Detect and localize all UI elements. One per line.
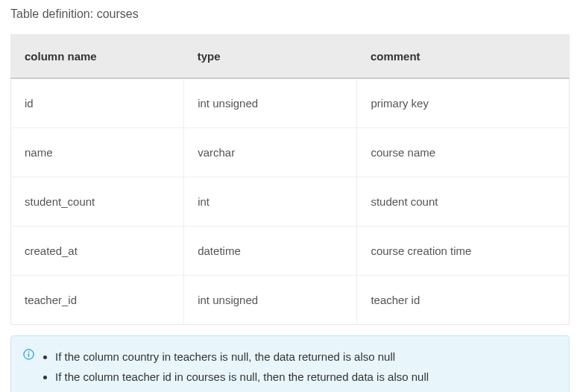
cell-type: datetime (184, 227, 357, 276)
info-item: If the column country in teachers is nul… (55, 347, 429, 367)
svg-rect-2 (28, 353, 30, 357)
header-row: column name type comment (11, 35, 570, 79)
cell-column-name: name (11, 128, 184, 177)
svg-point-1 (28, 351, 30, 353)
header-column-name: column name (11, 35, 184, 79)
cell-type: int unsigned (184, 78, 357, 128)
table-row: created_at datetime course creation time (11, 227, 570, 276)
cell-comment: course creation time (357, 227, 570, 276)
cell-comment: course name (357, 128, 570, 177)
cell-type: varchar (184, 128, 357, 177)
cell-column-name: student_count (11, 177, 184, 227)
cell-column-name: id (11, 78, 184, 128)
table-row: student_count int student count (11, 177, 570, 227)
table-row: teacher_id int unsigned teacher id (11, 276, 570, 325)
table-definition-title: Table definition: courses (10, 7, 570, 21)
cell-column-name: teacher_id (11, 276, 184, 325)
cell-type: int unsigned (184, 276, 357, 325)
header-type: type (184, 35, 357, 79)
info-item: If the column teacher id in courses is n… (55, 367, 429, 387)
cell-comment: teacher id (357, 276, 570, 325)
cell-comment: primary key (357, 78, 570, 128)
info-icon (23, 349, 34, 360)
schema-table: column name type comment id int unsigned… (10, 34, 570, 325)
cell-comment: student count (357, 177, 570, 227)
header-comment: comment (357, 35, 570, 79)
table-row: name varchar course name (11, 128, 570, 177)
table-row: id int unsigned primary key (11, 78, 570, 128)
info-list: If the column country in teachers is nul… (40, 347, 429, 387)
cell-type: int (184, 177, 357, 227)
info-box: If the column country in teachers is nul… (10, 335, 570, 392)
cell-column-name: created_at (11, 227, 184, 276)
